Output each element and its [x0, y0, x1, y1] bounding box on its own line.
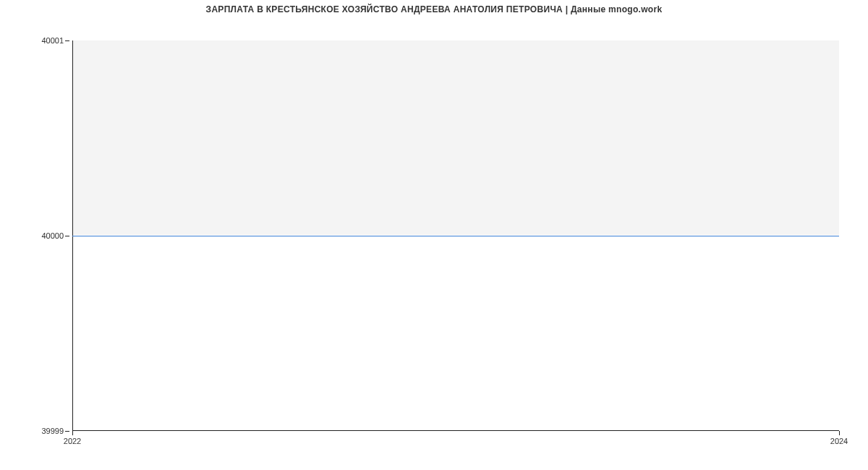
y-tick	[65, 236, 69, 236]
x-tick	[72, 431, 73, 435]
y-tick	[65, 431, 69, 432]
y-tick-label: 40001	[0, 36, 64, 45]
series-line	[72, 236, 839, 236]
salary-chart: ЗАРПЛАТА В КРЕСТЬЯНСКОЕ ХОЗЯЙСТВО АНДРЕЕ…	[0, 0, 868, 470]
x-tick	[839, 431, 840, 435]
x-tick-label: 2022	[64, 437, 81, 445]
y-tick-label: 40000	[0, 231, 64, 240]
x-tick-label: 2024	[830, 437, 848, 445]
chart-title: ЗАРПЛАТА В КРЕСТЬЯНСКОЕ ХОЗЯЙСТВО АНДРЕЕ…	[0, 4, 868, 14]
y-tick-label: 39999	[0, 427, 64, 435]
y-tick	[65, 40, 69, 41]
